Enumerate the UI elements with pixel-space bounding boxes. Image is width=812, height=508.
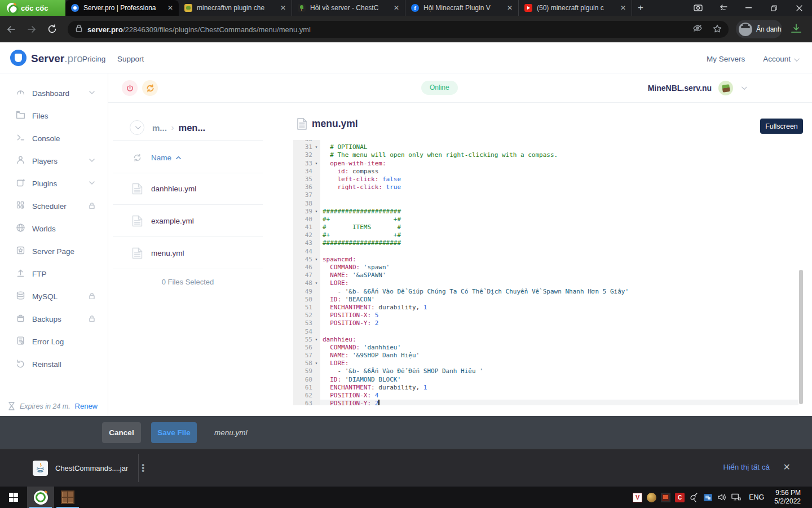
screenshare-tray-icon[interactable] bbox=[661, 493, 670, 502]
code-line[interactable]: 34 id: compass bbox=[293, 168, 798, 176]
fold-arrow-icon[interactable]: ▾ bbox=[312, 208, 320, 216]
fold-arrow-icon[interactable]: ▾ bbox=[312, 160, 320, 168]
folder-up-button[interactable] bbox=[130, 120, 144, 135]
sidebar-item-ftp[interactable]: FTP bbox=[0, 262, 108, 285]
code-line[interactable]: 31▾ # OPTIONAL bbox=[293, 143, 798, 151]
start-button[interactable] bbox=[0, 487, 27, 508]
taskbar-minecraft-button[interactable] bbox=[54, 487, 81, 508]
sidebar-item-reinstall[interactable]: Reinstall bbox=[0, 353, 108, 375]
serverpro-logo-icon[interactable] bbox=[10, 50, 27, 66]
breadcrumb-parent[interactable]: m... bbox=[152, 123, 167, 133]
sidebar-item-plugins[interactable]: Plugins bbox=[0, 172, 108, 195]
incognito-badge[interactable]: Ẩn danh bbox=[736, 20, 782, 38]
reopen-tab-icon[interactable] bbox=[710, 0, 736, 16]
back-icon[interactable] bbox=[6, 24, 17, 35]
fold-arrow-icon[interactable]: ▾ bbox=[312, 336, 320, 344]
code-line[interactable]: 42#+ +# bbox=[293, 231, 798, 239]
browser-tab[interactable]: Hội Minecraft Plugin V✕ bbox=[405, 0, 519, 16]
taskbar-clock[interactable]: 9:56 PM 5/2/2022 bbox=[774, 489, 807, 506]
nav-pricing[interactable]: Pricing bbox=[82, 55, 105, 63]
code-line[interactable]: 49 - '&b- &6Ấn Vào Để Giúp Chúng Ta Có T… bbox=[293, 288, 798, 296]
power-button[interactable] bbox=[122, 80, 138, 96]
fold-arrow-icon[interactable]: ▾ bbox=[312, 256, 320, 264]
close-tab-icon[interactable]: ✕ bbox=[506, 3, 514, 12]
sidebar-item-files[interactable]: Files bbox=[0, 104, 108, 127]
show-all-downloads-link[interactable]: Hiển thị tất cả bbox=[723, 463, 770, 471]
sidebar-item-backups[interactable]: Backups bbox=[0, 308, 108, 330]
new-tab-button[interactable]: + bbox=[632, 0, 649, 16]
server-avatar[interactable] bbox=[718, 81, 733, 95]
close-tab-icon[interactable]: ✕ bbox=[166, 3, 174, 12]
code-line[interactable]: 63 POSITION-Y: 2 bbox=[293, 400, 798, 405]
code-line[interactable]: 40#+ +# bbox=[293, 216, 798, 224]
code-line[interactable]: 45▾spawncmd: bbox=[293, 256, 798, 264]
fold-arrow-icon[interactable]: ▾ bbox=[312, 360, 320, 367]
code-line[interactable]: 43##################### bbox=[293, 239, 798, 247]
close-tab-icon[interactable]: ✕ bbox=[392, 3, 400, 12]
code-line[interactable]: 52 POSITION-X: 5 bbox=[293, 312, 798, 319]
minimize-button[interactable] bbox=[736, 0, 761, 16]
reload-icon[interactable] bbox=[46, 24, 58, 35]
sidebar-item-mysql[interactable]: MySQL bbox=[0, 285, 108, 308]
code-line[interactable]: 32 # The menu will open only when right-… bbox=[293, 151, 798, 159]
scrollbar-thumb[interactable] bbox=[799, 270, 803, 404]
renew-link[interactable]: Renew bbox=[75, 402, 98, 410]
close-download-bar-icon[interactable]: ✕ bbox=[783, 462, 791, 472]
privacy-eye-icon[interactable] bbox=[692, 24, 703, 34]
code-line[interactable]: 47 NAME: '&aSPAWN' bbox=[293, 271, 798, 279]
browser-tab[interactable]: Server.pro | Professiona✕ bbox=[65, 0, 179, 16]
sidebar-item-console[interactable]: Console bbox=[0, 127, 108, 150]
code-line[interactable]: 35 left-click: false bbox=[293, 176, 798, 183]
code-line[interactable]: 46 COMMAND: 'spawn' bbox=[293, 264, 798, 271]
code-line[interactable]: 36 right-click: true bbox=[293, 183, 798, 191]
sort-by-name[interactable]: Name bbox=[151, 154, 171, 162]
cancel-button[interactable]: Cancel bbox=[102, 422, 141, 443]
code-line[interactable]: 62 POSITION-X: 4 bbox=[293, 392, 798, 400]
browser-tab[interactable]: (50) minecraft plguin c✕ bbox=[519, 0, 632, 16]
sidebar-item-error-log[interactable]: Error Log bbox=[0, 330, 108, 353]
save-file-button[interactable]: Save File bbox=[151, 422, 197, 443]
download-menu-icon[interactable]: ••• bbox=[142, 464, 144, 472]
sidebar-item-server-page[interactable]: Server Page bbox=[0, 240, 108, 262]
sidebar-item-players[interactable]: Players bbox=[0, 150, 108, 172]
code-line[interactable]: 60 ID: 'DIAMOND BLOCK' bbox=[293, 376, 798, 384]
fullscreen-button[interactable]: Fullscreen bbox=[760, 119, 803, 134]
close-tab-icon[interactable]: ✕ bbox=[279, 3, 287, 12]
downloads-icon[interactable] bbox=[791, 24, 802, 36]
code-line[interactable]: 57 NAME: '&9SHOP Danh Hiệu' bbox=[293, 352, 798, 360]
coin-app-tray-icon[interactable] bbox=[647, 493, 656, 502]
code-line[interactable]: 33▾ open-with-item: bbox=[293, 160, 798, 168]
sidebar-item-dashboard[interactable]: Dashboard bbox=[0, 82, 108, 104]
language-indicator[interactable]: ENG bbox=[749, 493, 764, 501]
code-line[interactable]: 50 ID: 'BEACON' bbox=[293, 296, 798, 304]
bookmark-star-icon[interactable] bbox=[713, 24, 722, 35]
code-line[interactable]: 38 bbox=[293, 200, 798, 208]
code-line[interactable]: 53 POSITION-Y: 2 bbox=[293, 319, 798, 327]
speaker-tray-icon[interactable] bbox=[717, 493, 727, 502]
satellite-tray-icon[interactable] bbox=[689, 493, 699, 502]
code-line[interactable]: 56 COMMAND: 'danhhieu' bbox=[293, 344, 798, 352]
code-line[interactable]: 59 - '&b- &6Ấn Vào Để Đến SHOP Danh Hiệu… bbox=[293, 367, 798, 375]
code-line[interactable]: 54 bbox=[293, 328, 798, 336]
restore-button[interactable] bbox=[761, 0, 787, 16]
code-line[interactable]: 48▾ LORE: bbox=[293, 279, 798, 287]
code-line[interactable]: 58▾ LORE: bbox=[293, 360, 798, 367]
code-line[interactable]: 39▾##################### bbox=[293, 208, 798, 216]
browser-tab[interactable]: Hỏi về server - ChestC✕ bbox=[292, 0, 405, 16]
server-select-chevron-icon[interactable] bbox=[742, 84, 747, 90]
nav-support[interactable]: Support bbox=[117, 55, 144, 63]
fold-arrow-icon[interactable]: ▾ bbox=[312, 143, 320, 151]
code-line[interactable]: 41# ITEMS # bbox=[293, 224, 798, 231]
network-tray-icon[interactable] bbox=[731, 493, 741, 502]
file-row[interactable]: menu.yml bbox=[113, 237, 263, 269]
code-line[interactable]: 55▾danhhieu: bbox=[293, 336, 798, 344]
file-row[interactable]: danhhieu.yml bbox=[113, 173, 263, 205]
address-input[interactable]: server.pro/22846309/files/plugins/ChestC… bbox=[68, 21, 729, 38]
red-app-tray-icon[interactable]: C bbox=[675, 493, 685, 502]
close-tab-icon[interactable]: ✕ bbox=[619, 3, 627, 12]
fold-arrow-icon[interactable]: ▾ bbox=[312, 279, 320, 287]
nav-account[interactable]: Account bbox=[763, 55, 798, 63]
restart-button[interactable] bbox=[142, 80, 158, 96]
code-line[interactable]: 37 bbox=[293, 191, 798, 199]
editor-scrollbar[interactable] bbox=[799, 140, 803, 405]
